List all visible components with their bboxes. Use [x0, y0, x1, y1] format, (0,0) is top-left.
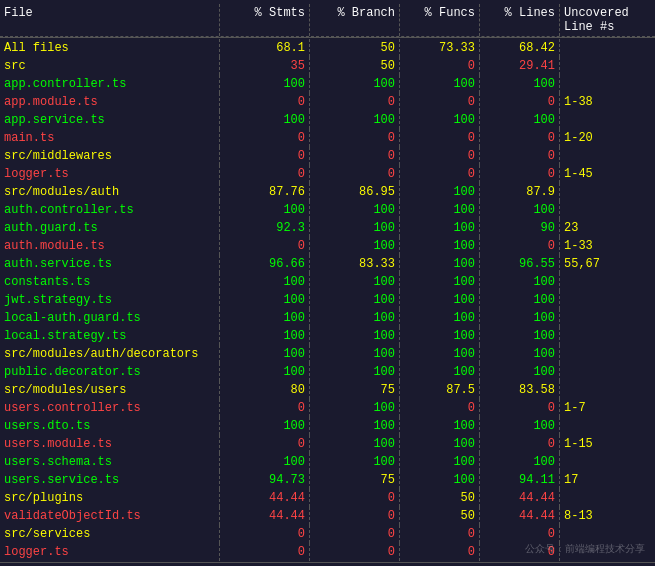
table-row: local.strategy.ts 100 100 100 100 — [0, 327, 655, 345]
table-row: app.service.ts 100 100 100 100 — [0, 111, 655, 129]
cell-uncovered: 1-7 — [560, 399, 655, 417]
table-row: auth.service.ts 96.66 83.33 100 96.55 55… — [0, 255, 655, 273]
cell-stmts: 80 — [220, 381, 310, 399]
cell-file: auth.controller.ts — [0, 201, 220, 219]
table-row: src/modules/users 80 75 87.5 83.58 — [0, 381, 655, 399]
table-row: src/plugins 44.44 0 50 44.44 — [0, 489, 655, 507]
cell-funcs: 0 — [400, 543, 480, 561]
cell-stmts: 100 — [220, 273, 310, 291]
cell-branch: 100 — [310, 417, 400, 435]
cell-branch: 100 — [310, 453, 400, 471]
cell-uncovered — [560, 39, 655, 57]
cell-stmts: 0 — [220, 525, 310, 543]
cell-file: public.decorator.ts — [0, 363, 220, 381]
cell-branch: 100 — [310, 237, 400, 255]
cell-uncovered — [560, 489, 655, 507]
table-row: auth.module.ts 0 100 100 0 1-33 — [0, 237, 655, 255]
cell-lines: 100 — [480, 453, 560, 471]
cell-uncovered: 8-13 — [560, 507, 655, 525]
cell-branch: 100 — [310, 309, 400, 327]
cell-funcs: 100 — [400, 75, 480, 93]
cell-file: src — [0, 57, 220, 75]
table-row: local-auth.guard.ts 100 100 100 100 — [0, 309, 655, 327]
cell-uncovered: 1-45 — [560, 165, 655, 183]
cell-funcs: 0 — [400, 129, 480, 147]
header-stmts: % Stmts — [220, 4, 310, 36]
cell-uncovered — [560, 273, 655, 291]
cell-file: jwt.strategy.ts — [0, 291, 220, 309]
cell-funcs: 87.5 — [400, 381, 480, 399]
cell-file: src/plugins — [0, 489, 220, 507]
table-row: logger.ts 0 0 0 0 1-45 — [0, 165, 655, 183]
cell-branch: 0 — [310, 165, 400, 183]
cell-file: local-auth.guard.ts — [0, 309, 220, 327]
table-row: src/modules/auth 87.76 86.95 100 87.9 — [0, 183, 655, 201]
cell-file: main.ts — [0, 129, 220, 147]
cell-lines: 96.55 — [480, 255, 560, 273]
cell-uncovered: 1-15 — [560, 435, 655, 453]
cell-branch: 0 — [310, 93, 400, 111]
cell-uncovered — [560, 327, 655, 345]
cell-funcs: 100 — [400, 453, 480, 471]
cell-stmts: 0 — [220, 543, 310, 561]
cell-uncovered — [560, 363, 655, 381]
header-branch: % Branch — [310, 4, 400, 36]
cell-funcs: 0 — [400, 147, 480, 165]
watermark: 公众号：前端编程技术分享 — [525, 542, 645, 556]
cell-stmts: 0 — [220, 93, 310, 111]
cell-uncovered — [560, 345, 655, 363]
cell-stmts: 100 — [220, 453, 310, 471]
cell-funcs: 0 — [400, 57, 480, 75]
cell-stmts: 94.73 — [220, 471, 310, 489]
table-row: All files 68.1 50 73.33 68.42 — [0, 39, 655, 57]
cell-lines: 0 — [480, 525, 560, 543]
table-row: src/services 0 0 0 0 — [0, 525, 655, 543]
cell-lines: 100 — [480, 273, 560, 291]
cell-lines: 100 — [480, 417, 560, 435]
cell-uncovered — [560, 183, 655, 201]
cell-file: users.service.ts — [0, 471, 220, 489]
cell-uncovered — [560, 201, 655, 219]
cell-stmts: 44.44 — [220, 489, 310, 507]
cell-uncovered — [560, 147, 655, 165]
cell-file: local.strategy.ts — [0, 327, 220, 345]
cell-file: auth.service.ts — [0, 255, 220, 273]
table-row: main.ts 0 0 0 0 1-20 — [0, 129, 655, 147]
header-file: File — [0, 4, 220, 36]
cell-funcs: 100 — [400, 273, 480, 291]
cell-branch: 100 — [310, 435, 400, 453]
cell-uncovered: 55,67 — [560, 255, 655, 273]
table-row: src/modules/auth/decorators 100 100 100 … — [0, 345, 655, 363]
cell-stmts: 100 — [220, 309, 310, 327]
cell-stmts: 92.3 — [220, 219, 310, 237]
cell-stmts: 100 — [220, 75, 310, 93]
cell-uncovered — [560, 381, 655, 399]
cell-stmts: 100 — [220, 345, 310, 363]
coverage-table: File % Stmts % Branch % Funcs % Lines Un… — [0, 0, 655, 566]
header-lines: % Lines — [480, 4, 560, 36]
cell-lines: 0 — [480, 399, 560, 417]
cell-lines: 87.9 — [480, 183, 560, 201]
cell-funcs: 100 — [400, 327, 480, 345]
table-row: auth.guard.ts 92.3 100 100 90 23 — [0, 219, 655, 237]
cell-funcs: 100 — [400, 345, 480, 363]
table-row: users.dto.ts 100 100 100 100 — [0, 417, 655, 435]
cell-file: users.schema.ts — [0, 453, 220, 471]
cell-file: users.controller.ts — [0, 399, 220, 417]
cell-branch: 0 — [310, 129, 400, 147]
cell-funcs: 50 — [400, 507, 480, 525]
table-row: app.module.ts 0 0 0 0 1-38 — [0, 93, 655, 111]
cell-stmts: 100 — [220, 111, 310, 129]
cell-branch: 0 — [310, 147, 400, 165]
table-row: src 35 50 0 29.41 — [0, 57, 655, 75]
cell-funcs: 0 — [400, 93, 480, 111]
cell-uncovered: 17 — [560, 471, 655, 489]
cell-stmts: 0 — [220, 165, 310, 183]
cell-uncovered — [560, 309, 655, 327]
cell-file: logger.ts — [0, 543, 220, 561]
cell-stmts: 0 — [220, 399, 310, 417]
cell-lines: 0 — [480, 237, 560, 255]
cell-branch: 75 — [310, 381, 400, 399]
cell-uncovered — [560, 75, 655, 93]
cell-lines: 29.41 — [480, 57, 560, 75]
